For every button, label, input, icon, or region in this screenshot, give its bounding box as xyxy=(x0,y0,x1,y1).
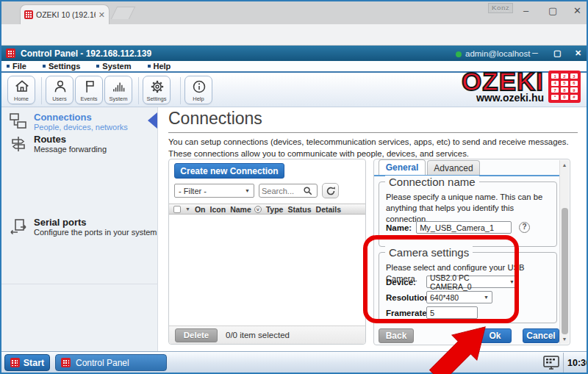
menu-system[interactable]: System xyxy=(96,62,131,71)
tab-advanced[interactable]: Advanced xyxy=(427,160,480,175)
scroll-down-icon[interactable]: ▼ xyxy=(560,334,569,344)
column-type[interactable]: Type xyxy=(266,205,284,214)
connection-name-legend: Connection name xyxy=(385,176,479,188)
select-all-checkbox[interactable] xyxy=(173,206,181,213)
toolbar-home-label: Home xyxy=(14,96,29,102)
resolution-select[interactable]: 640*480 ▼ xyxy=(426,291,492,303)
online-status-dot xyxy=(456,51,462,57)
chevron-down-icon[interactable]: ▼ xyxy=(185,206,190,212)
sidebar-connections-title: Connections xyxy=(34,112,92,123)
toolbar-events-button[interactable]: Events xyxy=(75,76,103,104)
search-box[interactable] xyxy=(259,184,318,198)
keypad-key: 3 xyxy=(570,73,578,79)
start-button[interactable]: Start xyxy=(4,354,50,371)
keypad-key: 9 xyxy=(570,87,578,93)
menu-help[interactable]: Help xyxy=(148,62,171,71)
keypad-key: 7 xyxy=(551,87,559,93)
title-divider xyxy=(168,132,578,133)
new-tab-button[interactable] xyxy=(111,7,135,19)
delete-button[interactable]: Delete xyxy=(175,328,218,342)
tab-general[interactable]: General xyxy=(379,159,426,175)
sidebar-item-routes[interactable]: Routes Message forwarding xyxy=(1,134,158,157)
toolbar-separator xyxy=(138,77,139,104)
toolbar-system-button[interactable]: System xyxy=(104,76,132,104)
filter-dropdown[interactable]: - Filter - ▼ xyxy=(174,184,254,198)
serial-ports-icon xyxy=(9,217,28,237)
sidebar-routes-subtitle: Message forwarding xyxy=(34,145,107,154)
detail-scrollbar[interactable]: ▲ ▼ xyxy=(559,160,569,344)
device-label: Device: xyxy=(386,278,426,287)
page-title: Connections xyxy=(168,109,262,129)
system-bars-icon xyxy=(111,79,127,95)
toolbar-separator xyxy=(180,77,181,104)
scrollbar-thumb[interactable] xyxy=(562,208,568,334)
users-icon xyxy=(52,79,68,95)
ozeki-task-icon xyxy=(61,358,71,367)
keypad-key: 4 xyxy=(551,81,559,86)
toolbar-users-button[interactable]: Users xyxy=(46,76,74,104)
browser-close-button[interactable]: ✕ xyxy=(573,5,581,16)
column-status[interactable]: Status xyxy=(287,205,311,214)
connections-list-panel: Create new Connection - Filter - ▼ ▼ On … xyxy=(168,159,366,345)
page-description: You can setup connections (devices, tele… xyxy=(168,137,578,159)
logged-in-user: admin@localhost xyxy=(465,49,530,58)
ozeki-favicon-icon xyxy=(24,10,33,19)
list-bottom-bar: Delete 0/0 item selected xyxy=(169,326,365,344)
ozeki-start-icon xyxy=(10,358,20,367)
sidebar-item-connections[interactable]: Connections People, devices, networks xyxy=(1,112,158,135)
filter-value: - Filter - xyxy=(179,187,207,195)
scroll-up-icon[interactable]: ▲ xyxy=(560,160,569,170)
column-icon[interactable]: Icon xyxy=(210,205,226,214)
back-button[interactable]: Back xyxy=(379,328,414,343)
sidebar: Connections People, devices, networks Ro… xyxy=(1,107,158,351)
app-minimize-button[interactable]: ─ xyxy=(532,48,538,57)
home-icon xyxy=(14,79,30,95)
framerate-input[interactable] xyxy=(426,306,478,319)
app-maximize-button[interactable]: ▢ xyxy=(553,48,561,58)
column-details[interactable]: Details xyxy=(316,205,341,214)
column-name[interactable]: Name xyxy=(230,205,251,214)
refresh-list-icon xyxy=(326,186,336,196)
device-value: USB2.0 PC CAMERA_0 xyxy=(430,273,506,291)
chevron-down-icon: ▼ xyxy=(484,295,489,300)
list-header-row[interactable]: ▼ On Icon Name ˅ Type Status Details xyxy=(169,204,365,215)
keypad-key: 2 xyxy=(561,73,568,79)
app-title: Control Panel - 192.168.112.139 xyxy=(21,48,151,59)
toolbar-help-button[interactable]: Help xyxy=(184,76,212,104)
ozeki-app-icon xyxy=(6,48,15,58)
create-new-connection-button[interactable]: Create new Connection xyxy=(174,163,284,179)
tray-display-icon[interactable] xyxy=(542,355,560,370)
sidebar-serial-ports-title: Serial ports xyxy=(34,217,87,228)
toolbar-settings-button[interactable]: Settings xyxy=(143,76,171,104)
connection-name-input[interactable] xyxy=(416,221,512,234)
menu-file[interactable]: File xyxy=(7,62,26,71)
name-label: Name: xyxy=(386,223,412,232)
sidebar-item-serial-ports[interactable]: Serial ports Configure the ports in your… xyxy=(1,217,158,240)
resolution-value: 640*480 xyxy=(430,293,459,302)
refresh-list-button[interactable] xyxy=(322,183,339,198)
tab-close-icon[interactable]: ✕ xyxy=(98,10,105,20)
sort-icon[interactable]: ˅ xyxy=(254,206,262,213)
browser-toolbar: ← → ↻ i localhost:9505/Control+Panel/?a=… xyxy=(0,24,588,46)
toolbar-users-label: Users xyxy=(52,96,67,102)
taskbar-control-panel-button[interactable]: Control Panel xyxy=(55,354,167,371)
browser-maximize-button[interactable]: ▢ xyxy=(548,5,557,16)
camera-settings-legend: Camera settings xyxy=(385,246,473,259)
sidebar-connections-subtitle: People, devices, networks xyxy=(34,123,128,132)
menu-system-label: System xyxy=(102,62,131,71)
ok-button[interactable]: Ok xyxy=(478,328,512,343)
app-close-button[interactable]: ✕ xyxy=(575,48,581,58)
browser-tab[interactable]: OZEKI 10 (192.168.112.13 ✕ xyxy=(20,4,110,24)
sidebar-serial-ports-subtitle: Configure the ports in your system xyxy=(34,228,157,237)
ozeki-logo-url: www.ozeki.hu xyxy=(476,92,544,104)
toolbar-home-button[interactable]: Home xyxy=(7,76,35,104)
cancel-button[interactable]: Cancel xyxy=(523,328,559,343)
search-input[interactable] xyxy=(262,187,303,195)
column-on[interactable]: On xyxy=(195,205,206,214)
toolbar-events-label: Events xyxy=(81,96,98,102)
menu-settings[interactable]: Settings xyxy=(43,62,80,71)
device-select[interactable]: USB2.0 PC CAMERA_0 ▼ xyxy=(426,276,518,288)
help-circle-icon[interactable]: ? xyxy=(519,222,530,233)
ozeki-keypad-icon: 123 456 789 *0# xyxy=(548,71,581,103)
browser-minimize-button[interactable]: – xyxy=(523,5,528,16)
